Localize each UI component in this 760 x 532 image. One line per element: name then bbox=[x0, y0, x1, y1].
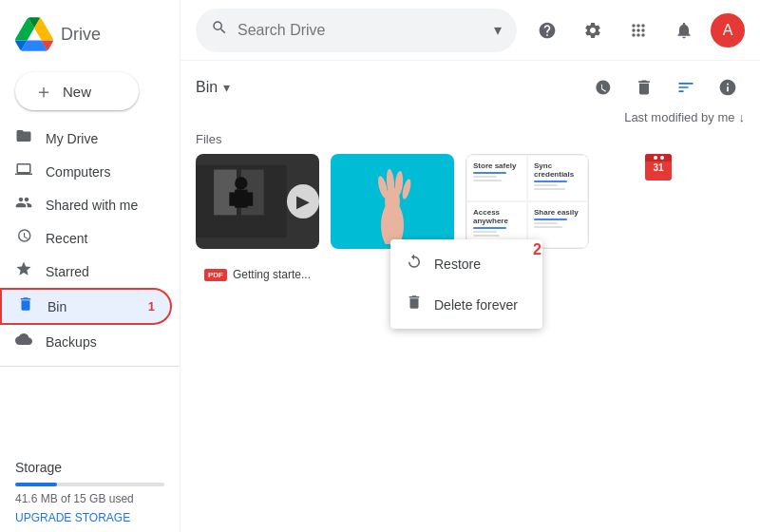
cloud-icon bbox=[15, 331, 32, 352]
hand-image-svg bbox=[354, 159, 430, 244]
sidebar-item-label: Shared with me bbox=[46, 198, 138, 213]
notifications-button[interactable] bbox=[665, 11, 703, 49]
folder-icon bbox=[15, 127, 32, 149]
search-bar[interactable]: ▾ bbox=[196, 9, 517, 52]
sort-label: Last modified by me bbox=[624, 110, 734, 124]
sidebar-divider bbox=[0, 366, 180, 367]
file-card-image[interactable] bbox=[331, 154, 454, 249]
info-bar bbox=[473, 235, 500, 237]
sidebar-item-shared[interactable]: Shared with me bbox=[0, 188, 172, 221]
context-menu-restore[interactable]: Restore bbox=[390, 243, 542, 284]
sidebar-item-label: Backups bbox=[46, 334, 97, 350]
video-thumbnail: ▶ bbox=[196, 154, 319, 249]
info-bar bbox=[534, 184, 558, 186]
info-bar bbox=[534, 226, 562, 228]
sidebar-item-starred[interactable]: Starred bbox=[0, 255, 172, 288]
new-button-label: New bbox=[63, 84, 91, 100]
files-grid: ▶ bbox=[196, 154, 745, 296]
storage-title: Storage bbox=[15, 460, 164, 475]
info-bar bbox=[534, 222, 558, 224]
file-card-calendar[interactable]: 31 bbox=[600, 154, 724, 249]
sidebar-item-label: Recent bbox=[46, 231, 87, 246]
avatar[interactable]: A bbox=[711, 13, 745, 48]
sidebar-item-label: Bin bbox=[48, 299, 66, 314]
context-menu: Restore Delete forever bbox=[390, 239, 542, 329]
storage-section: Storage 41.6 MB of 15 GB used UPGRADE ST… bbox=[0, 452, 180, 532]
storage-bar-background bbox=[15, 483, 164, 486]
file-thumbnail-video: ▶ bbox=[196, 154, 319, 249]
search-dropdown-icon[interactable]: ▾ bbox=[494, 21, 502, 39]
content-toolbar bbox=[585, 70, 745, 104]
sort-row[interactable]: Last modified by me ↓ bbox=[196, 110, 745, 132]
svg-rect-6 bbox=[247, 192, 254, 205]
file-thumbnail-infographic: Store safely Sync credentials bbox=[466, 154, 589, 249]
breadcrumb-chevron-icon[interactable]: ▾ bbox=[223, 80, 230, 95]
info-bar bbox=[534, 218, 567, 220]
info-bar bbox=[534, 180, 567, 182]
info-cell-store: Store safely bbox=[466, 155, 527, 201]
image-thumbnail bbox=[331, 154, 454, 249]
storage-used-text: 41.6 MB of 15 GB used bbox=[15, 492, 164, 505]
files-label: Files bbox=[196, 132, 745, 154]
info-bar bbox=[473, 176, 497, 178]
sidebar-item-label: My Drive bbox=[46, 131, 98, 146]
sidebar-item-computers[interactable]: Computers bbox=[0, 155, 172, 188]
search-input[interactable] bbox=[238, 22, 484, 39]
content-header: Bin ▾ bbox=[196, 61, 745, 110]
restore-history-button[interactable] bbox=[585, 70, 619, 104]
apps-button[interactable] bbox=[619, 11, 657, 49]
video-scene-svg bbox=[196, 163, 287, 239]
star-icon bbox=[15, 260, 32, 282]
delete-forever-icon bbox=[406, 294, 423, 315]
delete-button[interactable] bbox=[627, 70, 661, 104]
restore-badge: 2 bbox=[533, 241, 542, 258]
list-view-button[interactable] bbox=[669, 70, 703, 104]
context-menu-delete-forever[interactable]: Delete forever bbox=[390, 284, 542, 325]
new-plus-icon: ＋ bbox=[34, 82, 53, 101]
pdf-badge-icon: PDF bbox=[204, 269, 227, 281]
breadcrumb: Bin ▾ bbox=[196, 79, 230, 96]
sidebar-item-backups[interactable]: Backups bbox=[0, 325, 172, 358]
file-card-infographic[interactable]: Store safely Sync credentials bbox=[466, 154, 589, 249]
header: ▾ A bbox=[180, 0, 760, 61]
sidebar-item-label: Starred bbox=[46, 264, 89, 279]
content-area: Bin ▾ Last modified by me ↓ bbox=[180, 61, 760, 532]
settings-button[interactable] bbox=[574, 11, 612, 49]
trash-icon bbox=[17, 295, 34, 317]
file-card-pdf[interactable]: PDF Getting starte... bbox=[196, 260, 319, 289]
sidebar-item-label: Computers bbox=[46, 164, 110, 180]
header-icons: A bbox=[528, 11, 745, 49]
file-thumbnail-image bbox=[331, 154, 454, 249]
app-logo: Drive bbox=[0, 8, 180, 68]
new-button[interactable]: ＋ New bbox=[15, 72, 139, 110]
search-icon bbox=[211, 19, 228, 41]
info-bar bbox=[473, 227, 506, 229]
storage-bar-fill bbox=[15, 483, 57, 486]
info-bar bbox=[473, 172, 506, 174]
people-icon bbox=[15, 194, 32, 216]
file-card-video[interactable]: ▶ bbox=[196, 154, 319, 249]
restore-icon bbox=[406, 253, 423, 275]
sidebar-item-recent[interactable]: Recent bbox=[0, 221, 172, 255]
info-bar bbox=[534, 188, 565, 190]
info-bar bbox=[473, 231, 497, 233]
main-content: ▾ A Bin ▾ bbox=[180, 0, 760, 532]
info-bar bbox=[473, 180, 502, 181]
svg-rect-4 bbox=[235, 190, 247, 208]
infographic-thumbnail: Store safely Sync credentials bbox=[466, 154, 589, 249]
clock-icon bbox=[15, 227, 32, 249]
info-button[interactable] bbox=[711, 70, 745, 104]
upgrade-storage-link[interactable]: UPGRADE STORAGE bbox=[15, 511, 164, 524]
app-title: Drive bbox=[61, 25, 101, 45]
sort-arrow-icon: ↓ bbox=[739, 110, 746, 124]
breadcrumb-label: Bin bbox=[196, 79, 218, 96]
sidebar-item-bin[interactable]: Bin 1 bbox=[0, 288, 172, 325]
file-name-pdf: Getting starte... bbox=[233, 268, 311, 281]
calendar-file-icon: 31 bbox=[645, 154, 679, 188]
play-button-icon: ▶ bbox=[287, 184, 319, 218]
bin-badge: 1 bbox=[148, 299, 155, 314]
sidebar-item-my-drive[interactable]: My Drive bbox=[0, 122, 172, 155]
delete-forever-label: Delete forever bbox=[434, 297, 518, 313]
help-button[interactable] bbox=[528, 11, 566, 49]
svg-point-3 bbox=[235, 177, 247, 189]
